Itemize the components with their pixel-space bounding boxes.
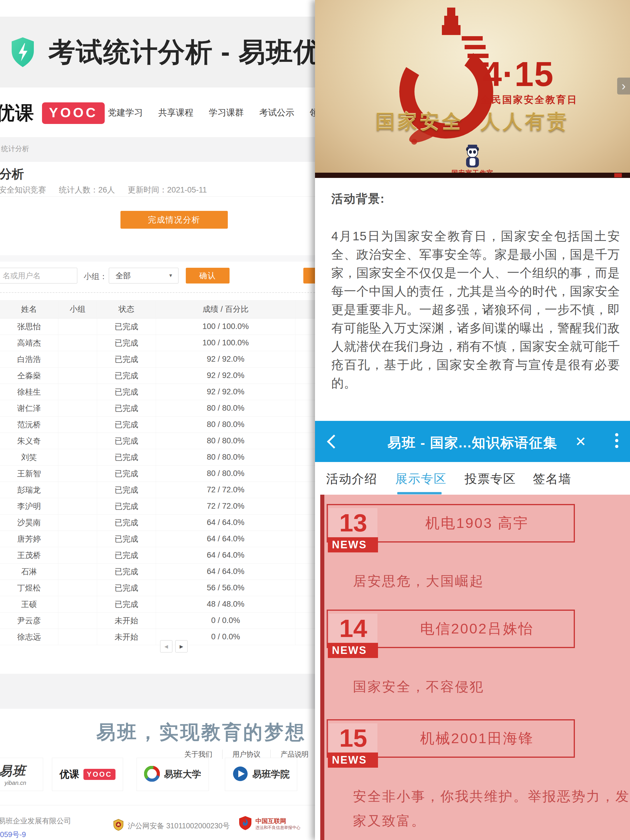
- site-header: 优课 YOOC 党建学习 共享课程 学习课群 考试公示 领: [0, 87, 315, 137]
- cell-score: 64 / 64.0%: [156, 531, 295, 547]
- nav-study-groups[interactable]: 学习课群: [209, 107, 244, 119]
- cell-name: 徐志远: [0, 629, 58, 645]
- carousel-indicator[interactable]: [614, 173, 622, 177]
- cell-name: 王新智: [0, 466, 58, 482]
- tab-signature-wall[interactable]: 签名墙: [533, 471, 572, 487]
- cell-action: 清空成绩: [295, 335, 315, 351]
- cell-name: 石淋: [0, 564, 58, 579]
- icp-number[interactable]: 059号-9: [0, 830, 26, 839]
- cell-score: 64 / 64.0%: [156, 564, 295, 579]
- security-day-banner: 4·15 全民国家安全教育日 国家安全 人人有责 国安宣工作室 ›: [315, 0, 630, 178]
- table-row: 石淋 已完成 64 / 64.0% 清空成绩: [0, 564, 315, 580]
- cell-score: 80 / 80.0%: [156, 433, 295, 449]
- partner-yiban-university[interactable]: 易班大学: [136, 758, 209, 791]
- news-author: 机电1903 高宇: [382, 504, 573, 543]
- report-center-icon: [238, 815, 252, 832]
- partner-yiban-college[interactable]: 易班学院: [225, 758, 297, 791]
- cell-group: [58, 335, 97, 351]
- cell-group: [58, 466, 97, 482]
- divider-band: [0, 255, 315, 262]
- screenshot-stage: 考试统计分析 - 易班优课 优课 YOOC 党建学习 共享课程 学习课群 考试公…: [0, 0, 630, 840]
- cell-action: 清空成绩: [295, 580, 315, 596]
- group-select[interactable]: 全部 ▼: [109, 268, 178, 284]
- news-card[interactable]: 13 NEWS 机电1903 高宇 居安思危，大国崛起: [320, 504, 630, 609]
- cell-status: 已完成: [97, 449, 156, 465]
- news-label: NEWS: [328, 537, 378, 553]
- footer-divider: [0, 805, 315, 805]
- cell-status: 已完成: [97, 498, 156, 514]
- cell-score: 80 / 80.0%: [156, 400, 295, 416]
- cell-status: 已完成: [97, 547, 156, 563]
- cell-name: 仝淼燊: [0, 368, 58, 384]
- cell-action: 清空成绩: [295, 629, 315, 645]
- confirm-button[interactable]: 确认: [186, 268, 229, 284]
- nav-party-learning[interactable]: 党建学习: [108, 107, 143, 119]
- cell-name: 徐桂生: [0, 384, 58, 400]
- table-header-row: 姓名 小组 状态 成绩 / 百分比 操作: [0, 300, 315, 319]
- tab-vote-zone[interactable]: 投票专区: [465, 471, 516, 487]
- news-author: 机械2001田海锋: [382, 719, 573, 758]
- partner-yooc-text: 优课: [60, 768, 79, 781]
- cell-status: 已完成: [97, 482, 156, 498]
- police-record: 沪公网安备 31011002000230号: [113, 819, 230, 832]
- col-action: 操作: [295, 300, 315, 318]
- cell-score: 100 / 100.0%: [156, 335, 295, 351]
- cell-group: [58, 613, 97, 628]
- window-title: 考试统计分析 - 易班优课: [48, 34, 315, 70]
- cell-score: 80 / 80.0%: [156, 449, 295, 465]
- partner-yiban-title: 易班: [0, 763, 26, 780]
- yooc-logo[interactable]: 优课 YOOC: [0, 100, 105, 126]
- cell-status: 未开始: [97, 613, 156, 628]
- cell-name: 白浩浩: [0, 351, 58, 367]
- activity-background-heading: 活动背景:: [332, 191, 385, 207]
- close-icon[interactable]: ✕: [575, 434, 586, 450]
- by-group-button[interactable]: 按: [303, 268, 315, 284]
- partner-yooc[interactable]: 优课 YOOC: [52, 758, 123, 791]
- shield-bolt-icon: [10, 37, 36, 68]
- nav-exam-publicity[interactable]: 考试公示: [259, 107, 294, 119]
- cell-name: 朱义奇: [0, 433, 58, 449]
- cell-name: 尹云彦: [0, 613, 58, 628]
- news-label: NEWS: [328, 753, 378, 768]
- news-card[interactable]: 15 NEWS 机械2001田海锋 安全非小事，你我共维护。举报恶势力，发家又致…: [320, 719, 630, 824]
- table-row: 白浩浩 已完成 92 / 92.0% 清空成绩: [0, 351, 315, 368]
- nav-shared-courses[interactable]: 共享课程: [158, 107, 193, 119]
- cell-action: 清空成绩: [295, 400, 315, 416]
- table-row: 徐志远 未开始 0 / 0.0% 清空成绩: [0, 629, 315, 645]
- cell-status: 已完成: [97, 417, 156, 433]
- police-badge-icon: [113, 819, 124, 832]
- search-input[interactable]: [0, 268, 77, 284]
- cell-group: [58, 498, 97, 514]
- cell-action: 清空成绩: [295, 547, 315, 563]
- cell-name: 高靖杰: [0, 335, 58, 351]
- tab-activity-intro[interactable]: 活动介绍: [326, 471, 377, 487]
- next-page-button[interactable]: ▶: [175, 640, 188, 652]
- tab-bar: 活动介绍 展示专区 投票专区 签名墙: [315, 462, 630, 495]
- prev-page-button[interactable]: ◀: [160, 640, 172, 652]
- completion-analysis-button[interactable]: 完成情况分析: [120, 211, 228, 229]
- police-record-text[interactable]: 沪公网安备 31011002000230号: [128, 821, 230, 831]
- tab-display-zone[interactable]: 展示专区: [395, 471, 447, 487]
- dashed-divider: [0, 292, 315, 293]
- site-footer: 易班，实现教育的梦想 关于我们 用户协议 产品说明 易班 yiban.cn 优课…: [0, 709, 315, 840]
- report-center[interactable]: 中国互联网 违法和不良信息举报中心: [238, 815, 300, 832]
- cell-status: 已完成: [97, 564, 156, 579]
- cell-status: 已完成: [97, 466, 156, 482]
- table-row: 谢仁泽 已完成 80 / 80.0% 清空成绩: [0, 400, 315, 417]
- news-number: 13: [329, 508, 377, 537]
- news-label: NEWS: [328, 643, 378, 658]
- menu-dots-icon[interactable]: [615, 433, 618, 448]
- cell-action: 清空成绩: [295, 498, 315, 514]
- cell-action: 清空成绩: [295, 368, 315, 384]
- nav-more[interactable]: 领: [310, 107, 315, 119]
- news-card[interactable]: 14 NEWS 电信2002吕姝怡 国家安全，不容侵犯: [320, 609, 630, 715]
- cell-status: 已完成: [97, 335, 156, 351]
- partner-yiban[interactable]: 易班 yiban.cn: [0, 758, 43, 791]
- cell-name: 沙昊南: [0, 515, 58, 531]
- group-select-value: 全部: [115, 271, 131, 281]
- cell-score: 100 / 100.0%: [156, 319, 295, 335]
- table-row: 张思怡 已完成 100 / 100.0% 清空成绩: [0, 319, 315, 335]
- table-row: 丁煜松 已完成 56 / 56.0% 清空成绩: [0, 580, 315, 596]
- carousel-next-button[interactable]: ›: [617, 77, 630, 95]
- cell-action: 清空成绩: [295, 351, 315, 367]
